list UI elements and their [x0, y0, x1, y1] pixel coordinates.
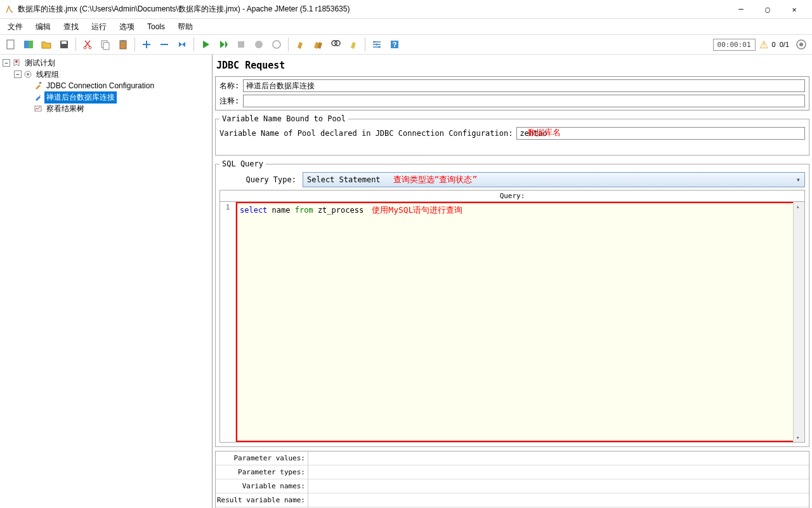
tree-root[interactable]: − 测试计划	[3, 57, 209, 69]
query-editor[interactable]: 1 select name from zt_process 使用MySQL语句进…	[219, 201, 805, 443]
name-label: 名称:	[219, 81, 239, 91]
copy-button[interactable]	[97, 36, 114, 53]
svg-rect-28	[35, 106, 41, 111]
query-type-select[interactable]: Select Statement 查询类型选“查询状态”	[303, 172, 805, 187]
comment-label: 注释:	[219, 96, 239, 107]
search-icon-button[interactable]	[327, 36, 344, 53]
name-comment-box: 名称: 注释:	[215, 76, 809, 110]
tree-item-label[interactable]: 察看结果树	[44, 103, 86, 115]
menu-help[interactable]: 帮助	[173, 20, 198, 34]
param-types-label: Parameter types:	[216, 468, 308, 476]
tree-toggle-icon[interactable]: −	[14, 70, 22, 78]
tree-item-jdbc-request[interactable]: 禅道后台数据库连接	[3, 91, 209, 103]
svg-point-23	[799, 43, 803, 46]
pool-label: Variable Name of Pool declared in JDBC C…	[219, 129, 513, 138]
cut-button[interactable]	[79, 36, 96, 53]
pool-fieldset: Variable Name Bound to Pool Variable Nam…	[215, 114, 809, 156]
svg-point-16	[355, 41, 357, 43]
svg-rect-4	[62, 41, 67, 44]
param-values-label: Parameter values:	[216, 454, 308, 462]
toggle-button[interactable]	[174, 36, 190, 53]
editor-panel: JDBC Request 名称: 注释: Variable Name Bound…	[213, 55, 812, 508]
menu-file[interactable]: 文件	[3, 20, 28, 34]
start-no-pause-button[interactable]	[215, 36, 232, 53]
pool-annotation: 数据库名	[528, 128, 561, 137]
tree-item-jdbc-config[interactable]: JDBC Connection Configuration	[3, 80, 209, 91]
menu-run[interactable]: 运行	[86, 20, 112, 34]
svg-rect-27	[39, 82, 41, 84]
var-names-label: Variable names:	[216, 482, 308, 490]
threadgroup-icon	[23, 69, 33, 79]
menubar: 文件 编辑 查找 运行 选项 Tools 帮助	[0, 19, 812, 34]
config-icon	[33, 81, 43, 91]
menu-edit[interactable]: 编辑	[30, 20, 56, 34]
var-names-input[interactable]	[308, 479, 809, 493]
listener-icon	[33, 104, 43, 114]
result-var-input[interactable]	[308, 493, 809, 507]
templates-button[interactable]	[20, 36, 37, 53]
tree-thread-group-label[interactable]: 线程组	[34, 69, 61, 81]
code-annotation: 使用MySQL语句进行查询	[372, 205, 462, 215]
menu-search[interactable]: 查找	[58, 20, 84, 34]
clear-button[interactable]	[292, 36, 308, 53]
help-button[interactable]: ?	[386, 36, 403, 53]
tree-root-label[interactable]: 测试计划	[23, 57, 57, 69]
clear-all-button[interactable]	[310, 36, 326, 53]
thread-count: 0/1	[780, 41, 789, 48]
error-count: 0	[772, 41, 776, 48]
svg-rect-8	[103, 43, 109, 50]
tree-item-results-tree[interactable]: 察看结果树	[3, 103, 209, 114]
thread-indicator[interactable]	[793, 36, 809, 53]
new-button[interactable]	[3, 36, 19, 53]
scrollbar[interactable]	[793, 202, 804, 442]
tree-item-label-selected[interactable]: 禅道后台数据库连接	[44, 91, 117, 104]
titlebar: 数据库的连接.jmx (C:\Users\Admin\Documents\数据库…	[0, 0, 812, 19]
tree-item-label[interactable]: JDBC Connection Configuration	[44, 81, 156, 91]
svg-rect-1	[24, 41, 29, 48]
tree-toggle-icon[interactable]: −	[3, 59, 10, 67]
paste-button[interactable]	[115, 36, 131, 53]
svg-point-15	[335, 41, 340, 46]
panel-title: JDBC Request	[215, 57, 809, 76]
sampler-icon	[33, 92, 43, 102]
param-types-input[interactable]	[308, 465, 809, 479]
svg-text:?: ?	[393, 41, 397, 48]
open-button[interactable]	[38, 36, 55, 53]
name-input[interactable]	[243, 79, 805, 92]
svg-point-17	[374, 41, 376, 43]
stop-button[interactable]	[233, 36, 249, 53]
start-button[interactable]	[197, 36, 214, 53]
param-values-input[interactable]	[308, 451, 809, 465]
menu-options[interactable]: 选项	[114, 20, 140, 34]
close-button[interactable]: ✕	[782, 1, 807, 18]
shutdown-button[interactable]	[251, 36, 267, 53]
result-var-label: Result variable name:	[216, 496, 308, 504]
maximize-button[interactable]: ▢	[755, 1, 780, 18]
params-box: Parameter values: Parameter types: Varia…	[215, 451, 809, 508]
save-button[interactable]	[56, 36, 72, 53]
toolbar: ? 00:00:01 ⚠ 0 0/1	[0, 34, 812, 55]
code-content[interactable]: select name from zt_process 使用MySQL语句进行查…	[236, 202, 793, 442]
svg-rect-0	[7, 40, 14, 49]
comment-input[interactable]	[243, 95, 805, 107]
testplan-icon	[11, 58, 22, 68]
tree-panel[interactable]: − 测试计划 − 线程组 JDBC Connection Configurati…	[0, 55, 213, 508]
query-header: Query:	[219, 190, 805, 201]
warning-icon[interactable]: ⚠	[759, 39, 768, 51]
options-button[interactable]	[369, 36, 385, 53]
function-helper-button[interactable]	[345, 36, 362, 53]
sql-fieldset: SQL Query Query Type: Select Statement 查…	[215, 159, 809, 447]
minimize-button[interactable]: ─	[728, 1, 754, 18]
svg-rect-2	[29, 41, 33, 48]
expand-button[interactable]	[138, 36, 155, 53]
svg-point-26	[27, 73, 29, 76]
tree-thread-group[interactable]: − 线程组	[3, 69, 209, 80]
app-icon	[5, 5, 14, 14]
window-title: 数据库的连接.jmx (C:\Users\Admin\Documents\数据库…	[18, 4, 728, 15]
remote-stop-button[interactable]	[268, 36, 285, 53]
svg-point-18	[376, 44, 378, 46]
collapse-button[interactable]	[156, 36, 173, 53]
query-type-label: Query Type:	[219, 175, 299, 184]
elapsed-time: 00:00:01	[713, 39, 756, 51]
menu-tools[interactable]: Tools	[142, 21, 170, 32]
